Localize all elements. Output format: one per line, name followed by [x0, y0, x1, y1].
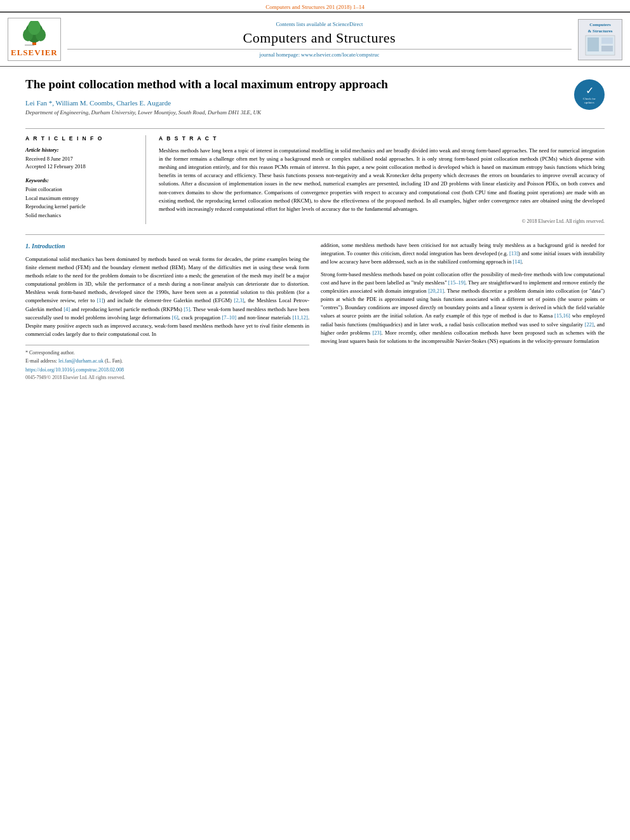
journal-thumbnail: Computers& Structures: [578, 19, 622, 60]
copyright-line: © 2018 Elsevier Ltd. All rights reserved…: [159, 218, 605, 224]
keyword-1: Point collocation: [25, 185, 137, 194]
check-for-updates-badge[interactable]: ✓ Check forupdates: [574, 79, 605, 110]
ref-20-21: [20,21]: [428, 288, 444, 294]
doi-line[interactable]: https://doi.org/10.1016/j.compstruc.2018…: [25, 366, 309, 374]
svg-rect-9: [601, 46, 613, 51]
affiliation-text: Department of Engineering, Durham Univer…: [25, 109, 568, 116]
accepted-date: Accepted 12 February 2018: [25, 163, 137, 171]
authors-line: Lei Fan *, William M. Coombs, Charles E.…: [25, 99, 568, 107]
article-info-abstract-section: A R T I C L E I N F O Article history: R…: [25, 128, 605, 224]
ref-22: [22]: [585, 321, 594, 328]
ref-23: [23]: [372, 330, 381, 336]
thumb-graphic: [584, 34, 616, 57]
ref-11-12: [11,12]: [292, 314, 307, 321]
email-suffix: (L. Fan).: [105, 358, 123, 364]
article-info-panel: A R T I C L E I N F O Article history: R…: [25, 135, 146, 224]
svg-rect-7: [587, 37, 599, 51]
keyword-3: Reproducing kernel particle: [25, 203, 137, 211]
ref-6: [6]: [172, 314, 178, 321]
body-col-left: 1. Introduction Computational solid mech…: [25, 241, 309, 382]
abstract-panel: A B S T R A C T Meshless methods have lo…: [159, 135, 605, 224]
article-info-heading: A R T I C L E I N F O: [25, 135, 137, 142]
body-col2-p2: Strong form-based meshless methods based…: [321, 270, 605, 346]
email-address[interactable]: lei.fan@durham.ac.uk: [58, 358, 104, 364]
abstract-heading: A B S T R A C T: [159, 135, 605, 142]
elsevier-wordmark: ELSEVIER: [11, 48, 58, 58]
check-icon: ✓: [586, 84, 594, 97]
ref-5: [5]: [184, 306, 190, 312]
keyword-2: Local maximum entropy: [25, 194, 137, 203]
check-label: Check forupdates: [583, 97, 596, 105]
issn-line: 0045-7949/© 2018 Elsevier Ltd. All right…: [25, 374, 309, 382]
article-title: The point collocation method with a loca…: [25, 77, 568, 93]
contents-available-line: Contents lists available at ScienceDirec…: [67, 21, 572, 27]
star-label: * Corresponding author.: [25, 350, 75, 356]
journal-center-block: Contents lists available at ScienceDirec…: [67, 21, 572, 58]
footnote-area: * Corresponding author. E-mail address: …: [25, 345, 309, 382]
ref-7-10: [7–10]: [222, 314, 236, 321]
body-col1-p1: Computational solid mechanics has been d…: [25, 255, 309, 339]
journal-header: ELSEVIER Contents lists available at Sci…: [0, 11, 630, 67]
ref-13: [13]: [509, 250, 518, 257]
elsevier-tree-icon: [15, 21, 53, 46]
corresponding-author-note: * Corresponding author.: [25, 349, 309, 357]
homepage-text: journal homepage: www.elsevier.com/locat…: [260, 51, 380, 58]
ref-4: [4]: [64, 306, 70, 312]
received-date: Received 8 June 2017: [25, 155, 137, 163]
keywords-label: Keywords:: [25, 177, 137, 183]
sciencedirect-link[interactable]: ScienceDirect: [333, 21, 363, 27]
homepage-line: journal homepage: www.elsevier.com/locat…: [67, 49, 572, 58]
history-label: Article history:: [25, 147, 137, 153]
svg-rect-8: [601, 37, 613, 44]
section1-heading: 1. Introduction: [25, 241, 309, 251]
ref-15-16: [15,16]: [554, 312, 570, 319]
journal-ref-text: Computers and Structures 201 (2018) 1–14: [265, 4, 365, 10]
abstract-text: Meshless methods have long been a topic …: [159, 147, 605, 213]
thumb-journal-title: Computers& Structures: [588, 22, 613, 34]
email-label: E-mail address:: [25, 358, 57, 364]
ref-15-19: [15–19]: [448, 279, 466, 286]
journal-title: Computers and Structures: [67, 30, 572, 46]
body-section: 1. Introduction Computational solid mech…: [25, 241, 605, 382]
journal-reference-bar: Computers and Structures 201 (2018) 1–14: [0, 0, 630, 11]
email-line: E-mail address: lei.fan@durham.ac.uk (L.…: [25, 357, 309, 365]
authors-text: Lei Fan *, William M. Coombs, Charles E.…: [25, 99, 171, 107]
body-col2-p1: addition, some meshless methods have bee…: [321, 241, 605, 267]
elsevier-logo: ELSEVIER: [8, 18, 61, 61]
contents-label: Contents lists available at: [276, 21, 331, 27]
ref-2-3: [2,3]: [234, 297, 244, 303]
article-history: Received 8 June 2017 Accepted 12 Februar…: [25, 155, 137, 171]
body-divider: [25, 234, 605, 235]
body-col-right: addition, some meshless methods have bee…: [321, 241, 605, 382]
keyword-4: Solid mechanics: [25, 211, 137, 220]
ref-1: [1]: [97, 297, 104, 303]
article-container: The point collocation method with a loca…: [0, 67, 630, 392]
ref-14: [14]: [513, 258, 521, 265]
keywords-list: Point collocation Local maximum entropy …: [25, 185, 137, 220]
